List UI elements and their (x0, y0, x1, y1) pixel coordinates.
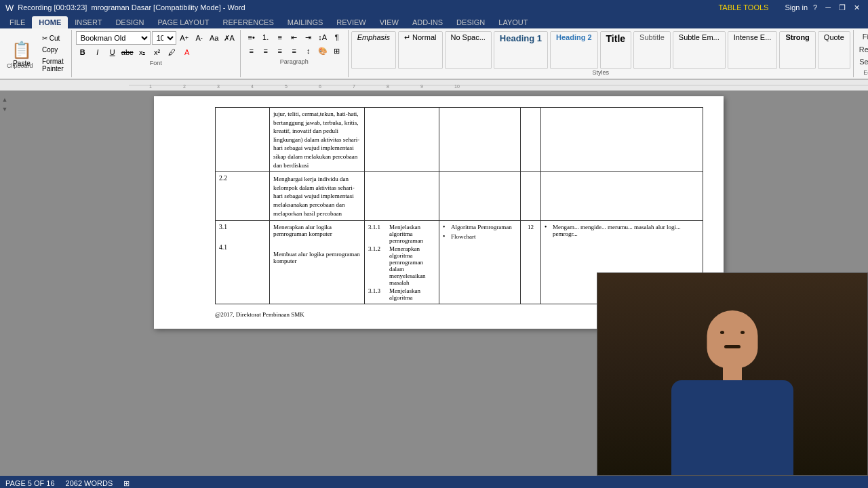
subscript-btn[interactable]: x₂ (136, 46, 149, 58)
copy-button[interactable]: Copy (39, 45, 67, 55)
font-size-select[interactable]: 10 (152, 31, 176, 45)
italic-btn[interactable]: I (91, 46, 104, 58)
strikethrough-btn[interactable]: abc (121, 46, 134, 58)
superscript-btn[interactable]: x² (151, 46, 164, 58)
table-row: jujur, teliti, cermat,tekun, hati-hati, … (216, 108, 703, 172)
clear-format-btn[interactable]: ✗A (222, 32, 236, 44)
tab-design2[interactable]: DESIGN (450, 16, 492, 28)
style-quote[interactable]: Quote (818, 31, 850, 69)
editing-label: Editing (856, 69, 868, 76)
tab-add-ins[interactable]: ADD-INS (406, 16, 450, 28)
ruler-svg: 1 2 3 4 5 6 7 8 9 10 (129, 80, 868, 91)
tab-insert[interactable]: INSERT (68, 16, 108, 28)
tab-view[interactable]: VIEW (373, 16, 406, 28)
font-name-select[interactable]: Bookman Old (76, 31, 151, 45)
layout-icon[interactable]: ⊞ (123, 479, 130, 488)
svg-text:6: 6 (319, 84, 321, 89)
replace-btn[interactable]: Replace (856, 44, 868, 55)
tab-layout[interactable]: LAYOUT (492, 16, 534, 28)
style-subtitle[interactable]: Subtitle (633, 31, 671, 69)
jp-value: 12 (528, 224, 534, 230)
bold-btn[interactable]: B (76, 46, 90, 58)
svg-text:4: 4 (251, 84, 254, 89)
kegiatan-item: • Mengam... mengide... merumu... masalah… (545, 224, 699, 237)
highlight-btn[interactable]: 🖊 (165, 46, 179, 58)
decrease-indent-btn[interactable]: ⇤ (288, 31, 301, 43)
cell-31-jp: 12 (521, 221, 541, 304)
style-heading2[interactable]: Heading 2 (550, 31, 598, 69)
cell-31-kd: 3.1 4.1 (216, 221, 270, 304)
multilevel-btn[interactable]: ≡ (273, 31, 287, 43)
tab-home[interactable]: HOME (32, 16, 68, 28)
style-strong[interactable]: Strong (779, 31, 815, 69)
kd22-num: 2.2 (219, 175, 227, 182)
word-icon: W (5, 3, 14, 13)
kd31-text: Menerapkan alur logika pemrograman kompu… (273, 224, 361, 237)
cell-22-mat (439, 172, 521, 221)
align-right-btn[interactable]: ≡ (273, 45, 287, 57)
styles-label: Styles (351, 69, 850, 76)
title-bar: W Recording [00:03:23] mrograman Dasar [… (0, 0, 868, 15)
style-intense-em[interactable]: Intense E... (728, 31, 778, 69)
help-btn[interactable]: ? (810, 3, 820, 12)
cut-button[interactable]: ✂ Cut (39, 33, 67, 43)
select-btn[interactable]: Select ▾ (856, 56, 868, 68)
person-head (707, 310, 758, 368)
show-marks-btn[interactable]: ¶ (330, 31, 344, 43)
tab-design[interactable]: DESIGN (108, 16, 151, 28)
sort-btn[interactable]: ↕A (316, 31, 330, 43)
kd22-text: Menghargai kerja individu dan kelompok d… (273, 175, 361, 218)
style-normal[interactable]: ↵ Normal (398, 31, 443, 69)
sign-in-btn[interactable]: Sign in (785, 3, 808, 12)
cell-ind (365, 108, 439, 172)
style-no-space[interactable]: No Spac... (445, 31, 492, 69)
align-center-btn[interactable]: ≡ (259, 45, 273, 57)
cell-31-mat: • Algoritma Pemrograman • Flowchart (439, 221, 521, 304)
styles-list: Emphasis ↵ Normal No Spac... Heading 1 H… (351, 31, 850, 69)
style-emphasis[interactable]: Emphasis (351, 31, 396, 69)
underline-btn[interactable]: U (106, 46, 119, 58)
style-title[interactable]: Title (600, 31, 632, 69)
bullets-btn[interactable]: ≡• (245, 31, 258, 43)
table-row-22: 2.2 Menghargai kerja individu dan kelomp… (216, 172, 703, 221)
tab-review[interactable]: REVIEW (330, 16, 372, 28)
close-btn[interactable]: ✕ (851, 3, 863, 12)
cell-kd1 (216, 108, 270, 172)
ind-313: 3.1.3 Menjelaskan algoritma (368, 287, 435, 301)
format-painter-button[interactable]: Format Painter (39, 56, 67, 74)
editing-group: Find ▾ Replace Select ▾ Editing (854, 30, 868, 77)
mat2-text: Flowchart (451, 233, 476, 240)
font-increase-btn[interactable]: A+ (178, 32, 191, 44)
tab-file[interactable]: FILE (3, 16, 32, 28)
ind312-text: Menerapkan algoritma pemrograman dalam m… (389, 245, 435, 286)
tab-page-layout[interactable]: PAGE LAYOUT (151, 16, 216, 28)
table-tools-label: TABLE TOOLS (718, 3, 768, 12)
mat1-text: Algoritma Pemrograman (451, 224, 512, 230)
shading-btn[interactable]: 🎨 (316, 45, 330, 57)
minimize-btn[interactable]: ─ (823, 3, 833, 12)
tab-references[interactable]: REFERENCES (216, 16, 281, 28)
kd31-num: 3.1 (219, 224, 266, 230)
numbering-btn[interactable]: 1. (259, 31, 273, 43)
align-left-btn[interactable]: ≡ (245, 45, 258, 57)
restore-btn[interactable]: ❐ (836, 3, 848, 12)
cell-kegiatan (541, 108, 703, 172)
arrow-up-icon[interactable]: ▲ (2, 96, 8, 103)
line-spacing-btn[interactable]: ↕ (302, 45, 315, 57)
cell-31-ind: 3.1.1 Menjelaskan algoritma pemrograman … (365, 221, 439, 304)
arrow-down-icon[interactable]: ▼ (2, 106, 8, 113)
find-btn[interactable]: Find ▾ (856, 31, 868, 43)
justify-btn[interactable]: ≡ (288, 45, 301, 57)
change-case-btn[interactable]: Aа (208, 32, 221, 44)
tab-mailings[interactable]: MAILINGS (281, 16, 330, 28)
style-subtle-em[interactable]: Subtle Em... (673, 31, 726, 69)
text-color-btn[interactable]: A (180, 46, 194, 58)
font-decrease-btn[interactable]: A- (193, 32, 206, 44)
webcam-overlay (597, 272, 868, 476)
increase-indent-btn[interactable]: ⇥ (302, 31, 315, 43)
document-area: ▲ ▼ jujur, teliti, cermat,tekun, hati-ha… (0, 91, 868, 476)
svg-text:9: 9 (420, 84, 423, 89)
clipboard-small-btns: ✂ Cut Copy Format Painter (39, 33, 67, 74)
borders-btn[interactable]: ⊞ (330, 45, 344, 57)
style-heading1[interactable]: Heading 1 (494, 31, 548, 69)
